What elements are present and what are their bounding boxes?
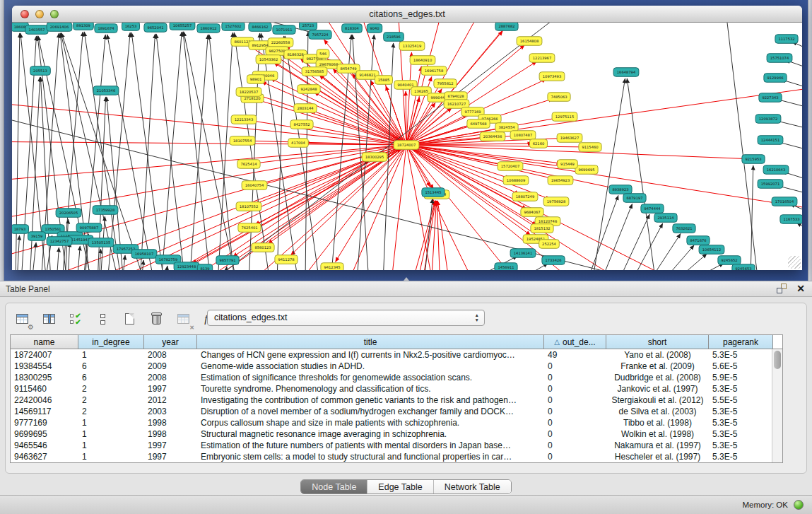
graph-node-label: 915449: [560, 162, 575, 166]
table-cell: Estimation of significance thresholds fo…: [197, 372, 544, 383]
column-header-pagerank[interactable]: pagerank: [709, 335, 773, 349]
window-resize-grip[interactable]: [788, 256, 801, 269]
column-header-out-de-[interactable]: △out_de...: [544, 335, 606, 349]
network-graph[interactable]: 1872400786011238912954222605589827509105…: [12, 23, 802, 270]
table-cell: 2: [78, 383, 144, 395]
graph-edge: [141, 260, 143, 270]
graph-edge: [12, 145, 406, 270]
graph-node-label: 8912954: [252, 43, 269, 47]
graph-edge: [218, 33, 233, 270]
left-panel-strip[interactable]: [0, 0, 4, 281]
graph-node-label: 16961758: [425, 69, 443, 73]
table-cell: 1998: [144, 417, 197, 428]
table-row[interactable]: 946362711997Embryonic stem cells: a mode…: [11, 451, 782, 462]
graph-node-label: 1071911: [276, 28, 292, 32]
close-panel-icon[interactable]: ✕: [796, 284, 805, 293]
right-panel-strip[interactable]: [808, 0, 812, 281]
table-row[interactable]: 2242004622012Investigating the contribut…: [11, 395, 782, 406]
table-row[interactable]: 1456911722003Disruption of a novel membe…: [11, 406, 782, 417]
table-row[interactable]: 1938455462009Genome-wide association stu…: [11, 361, 782, 372]
table-cell: 9777169: [11, 417, 78, 428]
table-cell: Genome-wide association studies in ADHD.: [197, 361, 544, 372]
graph-edge: [84, 32, 122, 270]
column-header-short[interactable]: short: [606, 335, 709, 349]
table-selector-dropdown[interactable]: citations_edges.txt ▲▼: [207, 310, 485, 326]
column-header-in-degree[interactable]: in_degree: [78, 335, 144, 349]
float-window-icon[interactable]: [777, 284, 787, 293]
column-header-title[interactable]: title: [197, 335, 544, 349]
graph-edge: [261, 82, 406, 145]
graph-edge: [724, 23, 758, 270]
graph-node-label: 13505135: [92, 240, 110, 245]
table-cell: 0: [544, 451, 606, 462]
select-columns-icon[interactable]: [40, 310, 58, 328]
graph-node-label: 1815132: [534, 226, 550, 230]
table-cell: 1: [78, 451, 144, 462]
graph-node-label: 16120746: [539, 219, 557, 223]
table-cell: 5.6E-5: [709, 361, 773, 372]
column-header-year[interactable]: year: [144, 335, 197, 349]
table-row[interactable]: 969969511998Structural magnetic resonanc…: [11, 428, 782, 440]
graph-node-label: 9474444: [644, 206, 661, 211]
table-cell: 49: [544, 349, 606, 361]
table-cell: Stergiakouli et al. (2012): [606, 395, 709, 406]
column-header-name[interactable]: name: [11, 335, 78, 349]
graph-node-label: 18300295: [365, 155, 384, 159]
graph-node-label: 90975887: [80, 226, 98, 230]
table-cell: 14569117: [11, 406, 78, 417]
graph-node-label: 20691406: [50, 25, 69, 29]
graph-node-label: 9242848: [300, 87, 317, 91]
graph-node-label: 1513445: [425, 190, 441, 194]
table-row[interactable]: 1872400712008Changes of HCN gene express…: [11, 349, 782, 361]
tab-edge-table[interactable]: Edge Table: [367, 480, 433, 493]
table-panel-title: Table Panel: [6, 284, 50, 294]
vertical-scrollbar[interactable]: [772, 349, 782, 462]
split-pane-grip[interactable]: [404, 277, 409, 281]
graph-node-label: 10543362: [259, 57, 278, 62]
graph-node-label: 9857791: [219, 258, 235, 262]
row-chooser-icon[interactable]: [93, 310, 112, 328]
delete-table-icon-disabled: ✕: [174, 310, 192, 328]
table-cell: 0: [544, 428, 606, 440]
table-cell: Corpus callosum shape and size in male p…: [197, 417, 544, 428]
tab-network-table[interactable]: Network Table: [434, 480, 511, 493]
table-cell: 9699695: [11, 428, 78, 440]
graph-node-label: 252254: [542, 242, 557, 246]
graph-node-label: 13325419: [403, 44, 421, 48]
table-row[interactable]: 1830029562008Estimation of significance …: [11, 372, 782, 383]
graph-edge: [68, 243, 70, 270]
new-table-icon[interactable]: [120, 310, 139, 328]
graph-node-label: 9215953: [745, 157, 761, 161]
graph-edge: [261, 33, 298, 270]
table-cell: 1: [78, 417, 144, 428]
graph-edge: [370, 81, 406, 145]
tab-node-table[interactable]: Node Table: [301, 480, 367, 493]
graph-node-label: 10807487: [514, 133, 532, 137]
table-cell: 9115460: [11, 383, 78, 395]
table-cell: Investigating the contribution of common…: [197, 395, 544, 406]
graph-node-label: 9699695: [578, 168, 594, 172]
scrollbar-thumb[interactable]: [774, 351, 781, 369]
table-row[interactable]: 946554611997Estimation of the future num…: [11, 440, 782, 451]
graph-node-label: 1860912: [200, 26, 216, 30]
graph-node-label: 8601123: [234, 40, 250, 44]
network-canvas[interactable]: 1872400786011238912954222605589827509105…: [12, 23, 802, 270]
select-all-check-icon[interactable]: ✔ ✔: [66, 310, 85, 328]
graph-edge: [17, 235, 20, 270]
graph-node-label: 7632621: [676, 226, 692, 230]
graph-node-label: 417004: [291, 141, 306, 145]
graph-node-label: 1167533: [783, 217, 799, 221]
table-container: ⚙ ✔ ✔: [5, 303, 807, 474]
delete-entries-icon[interactable]: [147, 310, 165, 328]
memory-status-label: Memory: OK: [742, 501, 788, 509]
table-cell: 1: [78, 440, 144, 451]
graph-node-label: 39159: [31, 234, 43, 238]
table-settings-icon[interactable]: ⚙: [13, 310, 31, 328]
table-row[interactable]: 911546021997Tourette syndrome. Phenomeno…: [11, 383, 782, 395]
network-window-titlebar[interactable]: citations_edges.txt: [12, 6, 802, 23]
graph-node-label: 7625401: [241, 226, 257, 230]
graph-node-label: 18807249: [516, 194, 534, 199]
table-row[interactable]: 977716911998Corpus callosum shape and si…: [11, 417, 782, 428]
table-cell: 0: [544, 417, 606, 428]
table-cell: 2009: [144, 361, 197, 372]
